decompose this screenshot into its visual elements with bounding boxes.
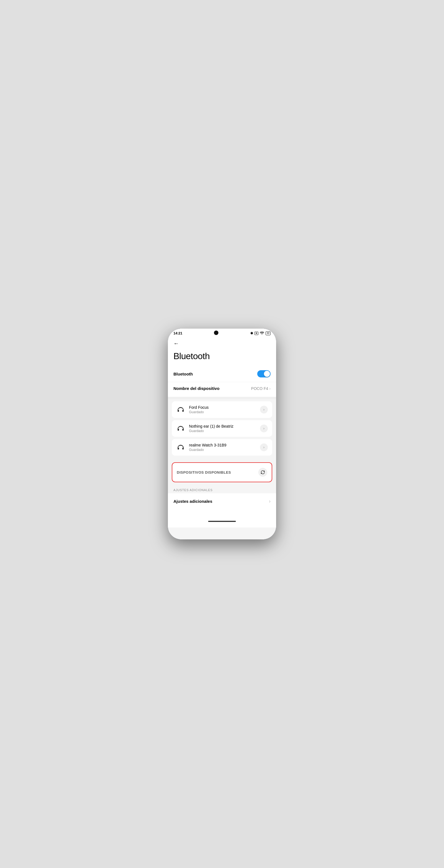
device-name-nothing: Nothing ear (1) de Beatriz (189, 424, 233, 429)
home-indicator (208, 521, 236, 522)
device-card-realme[interactable]: realme Watch 3-31B9 Guardado › (172, 439, 272, 456)
additional-settings-section-label: AJUSTES ADICIONALES (168, 485, 276, 493)
bottom-spacer (168, 509, 276, 518)
device-name-label: Nombre del dispositivo (173, 386, 219, 391)
device-card-left: Ford Focus Guardado (176, 405, 209, 414)
refresh-icon (260, 470, 265, 475)
device-info-nothing: Nothing ear (1) de Beatriz Guardado (189, 424, 233, 433)
device-card-left-2: Nothing ear (1) de Beatriz Guardado (176, 424, 233, 433)
back-button[interactable]: ← (168, 336, 276, 349)
available-devices-section: DISPOSITIVOS DISPONIBLES (168, 460, 276, 485)
headphone-icon-realme (176, 443, 185, 452)
no-sim-icon: ✕ (255, 332, 258, 335)
device-name-row[interactable]: Nombre del dispositivo POCO F4 › (168, 382, 276, 395)
screen-content[interactable]: ← Bluetooth Bluetooth Nombre del disposi… (168, 336, 276, 539)
additional-settings-row[interactable]: Ajustes adicionales › (168, 493, 276, 509)
phone-screen: 14:21 ✱ ✕ 77 (168, 329, 276, 539)
bluetooth-icon: ✱ (250, 331, 253, 335)
device-info-ford: Ford Focus Guardado (189, 405, 209, 414)
saved-devices-section: Ford Focus Guardado › (168, 399, 276, 460)
device-name-value: POCO F4 › (251, 386, 271, 391)
battery-indicator: 77 (266, 331, 271, 335)
back-arrow-icon: ← (173, 340, 179, 347)
additional-settings-chevron-icon: › (269, 498, 271, 504)
device-chevron-btn-nothing[interactable]: › (260, 425, 268, 432)
wifi-icon (260, 332, 264, 335)
device-info-realme: realme Watch 3-31B9 Guardado (189, 443, 227, 452)
device-name-realme: realme Watch 3-31B9 (189, 443, 227, 447)
status-bar: 14:21 ✱ ✕ 77 (168, 329, 276, 336)
status-time: 14:21 (173, 331, 182, 335)
device-status-realme: Guardado (189, 448, 227, 452)
bluetooth-toggle-row[interactable]: Bluetooth (168, 366, 276, 382)
status-icons-right: ✱ ✕ 77 (250, 331, 271, 335)
headphone-icon-nothing (176, 424, 185, 433)
headphone-icon-ford (176, 405, 185, 414)
phone-frame: 14:21 ✱ ✕ 77 (168, 329, 276, 539)
device-chevron-btn-realme[interactable]: › (260, 443, 268, 451)
available-devices-label: DISPOSITIVOS DISPONIBLES (177, 470, 231, 474)
section-divider-1 (168, 397, 276, 399)
refresh-button[interactable] (258, 468, 267, 477)
device-name-ford: Ford Focus (189, 405, 209, 410)
camera-notch-area (214, 332, 218, 335)
top-section: ← Bluetooth Bluetooth Nombre del disposi… (168, 336, 276, 397)
bottom-bar (168, 518, 276, 527)
device-chevron-btn-ford[interactable]: › (260, 406, 268, 413)
device-status-nothing: Guardado (189, 429, 233, 433)
toggle-knob (264, 371, 270, 377)
device-card-nothing-ear[interactable]: Nothing ear (1) de Beatriz Guardado › (172, 420, 272, 437)
device-card-left-3: realme Watch 3-31B9 Guardado (176, 443, 227, 452)
bluetooth-toggle-label: Bluetooth (173, 372, 193, 376)
page-title: Bluetooth (168, 349, 276, 366)
device-name-chevron-icon: › (269, 386, 271, 391)
additional-settings-label: Ajustes adicionales (173, 499, 212, 504)
additional-settings-section: AJUSTES ADICIONALES Ajustes adicionales … (168, 485, 276, 509)
bluetooth-toggle-switch[interactable] (257, 370, 271, 377)
camera-notch (214, 331, 218, 335)
available-devices-header[interactable]: DISPOSITIVOS DISPONIBLES (172, 462, 272, 482)
device-card-ford-focus[interactable]: Ford Focus Guardado › (172, 401, 272, 418)
device-status-ford: Guardado (189, 410, 209, 414)
device-name-text: POCO F4 (251, 386, 268, 391)
